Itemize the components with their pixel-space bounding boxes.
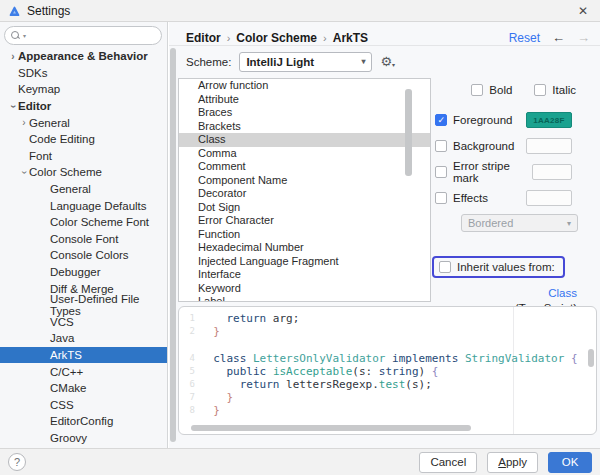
foreground-swatch[interactable]: 1AA28F: [526, 112, 572, 128]
breadcrumb-item[interactable]: ArkTS: [333, 31, 368, 45]
attribute-item[interactable]: Attribute: [179, 93, 430, 107]
gear-icon[interactable]: ⚙▾: [380, 55, 395, 68]
reset-link[interactable]: Reset: [509, 31, 540, 45]
attribute-item[interactable]: Dot Sign: [179, 201, 430, 215]
inherit-checkbox[interactable]: [439, 261, 451, 273]
bold-label: Bold: [489, 84, 512, 96]
effects-checkbox[interactable]: [435, 192, 447, 204]
help-button[interactable]: ?: [8, 453, 26, 471]
settings-page: Editor›Color Scheme›ArkTS Reset ← → Sche…: [169, 22, 600, 448]
sidebar-scrollbar[interactable]: [170, 48, 176, 442]
sidebar-item-general[interactable]: ›General: [0, 114, 167, 131]
line-number: 5: [179, 365, 195, 378]
foreground-label: Foreground: [453, 114, 512, 126]
sidebar-item-label: Console Colors: [50, 249, 129, 261]
background-swatch[interactable]: [526, 138, 572, 154]
sidebar-item-sdks[interactable]: SDKs: [0, 65, 167, 82]
attribute-list-scrollbar[interactable]: [405, 89, 412, 176]
inherit-values-box[interactable]: Inherit values from:: [432, 256, 565, 278]
foreground-checkbox[interactable]: [435, 114, 447, 126]
attribute-item[interactable]: Comma: [179, 147, 430, 161]
sidebar-item-debugger[interactable]: Debugger: [0, 264, 167, 281]
cancel-button[interactable]: Cancel: [419, 452, 477, 473]
bold-checkbox[interactable]: [471, 84, 483, 96]
sidebar-item-label: SDKs: [18, 67, 47, 79]
error-stripe-checkbox[interactable]: [435, 166, 447, 178]
attribute-item[interactable]: Arrow function: [179, 79, 430, 93]
code-vertical-scrollbar[interactable]: [588, 349, 594, 367]
sidebar-item-label: Language Defaults: [50, 200, 147, 212]
sidebar-item-arkts[interactable]: ArkTS: [0, 347, 167, 364]
sidebar-item-color-scheme-font[interactable]: Color Scheme Font: [0, 214, 167, 231]
settings-tree: ›Appearance & BehaviorSDKsKeymap›Editor›…: [0, 48, 167, 446]
apply-button[interactable]: Apply: [487, 452, 538, 473]
attribute-item[interactable]: Decorator: [179, 187, 430, 201]
attribute-item[interactable]: Braces: [179, 106, 430, 120]
line-number: 4: [179, 352, 195, 365]
ok-button[interactable]: OK: [548, 452, 592, 473]
chevron-down-icon: ▾: [567, 219, 571, 228]
search-box[interactable]: ▾: [4, 26, 162, 45]
attribute-item[interactable]: Error Character: [179, 214, 430, 228]
sidebar-item-editorconfig[interactable]: EditorConfig: [0, 413, 167, 430]
attribute-item[interactable]: Class: [179, 133, 430, 147]
chevron-down-icon: ▾: [361, 57, 365, 66]
sidebar-item-label: General: [50, 183, 91, 195]
chevron-right-icon[interactable]: ›: [8, 51, 18, 62]
sidebar-item-label: VCS: [50, 316, 74, 328]
code-line: 4 class LettersOnlyValidator implements …: [179, 352, 596, 365]
chevron-down-icon[interactable]: ›: [19, 167, 30, 177]
code-line: 2 }: [179, 325, 596, 338]
search-input[interactable]: [28, 30, 155, 42]
breadcrumb-item[interactable]: Color Scheme: [236, 31, 317, 45]
attribute-item[interactable]: Label: [179, 295, 430, 302]
breadcrumb-item[interactable]: Editor: [186, 31, 221, 45]
sidebar-item-keymap[interactable]: Keymap: [0, 81, 167, 98]
scheme-row: Scheme: IntelliJ Light ▾ ⚙▾: [169, 46, 600, 77]
search-options-caret-icon[interactable]: ▾: [23, 32, 26, 39]
sidebar-item-user-defined-file-types[interactable]: User-Defined File Types: [0, 297, 167, 314]
sidebar-item-css[interactable]: CSS: [0, 396, 167, 413]
attribute-item[interactable]: Keyword: [179, 282, 430, 296]
attribute-item[interactable]: Interface: [179, 268, 430, 282]
scheme-select[interactable]: IntelliJ Light ▾: [239, 52, 372, 72]
background-checkbox[interactable]: [435, 140, 447, 152]
sidebar-item-label: Font: [29, 150, 52, 162]
back-arrow-icon[interactable]: ←: [552, 30, 565, 45]
attribute-item[interactable]: Component Name: [179, 174, 430, 188]
chevron-right-icon[interactable]: ›: [19, 117, 29, 128]
effects-type-value: Bordered: [468, 217, 513, 229]
sidebar-item-general[interactable]: General: [0, 181, 167, 198]
sidebar-item-language-defaults[interactable]: Language Defaults: [0, 197, 167, 214]
effects-swatch[interactable]: [526, 190, 572, 206]
sidebar-item-appearance-behavior[interactable]: ›Appearance & Behavior: [0, 48, 167, 65]
attribute-item[interactable]: Hexadecimal Number: [179, 241, 430, 255]
sidebar-item-editor[interactable]: ›Editor: [0, 98, 167, 115]
sidebar-item-label: Console Font: [50, 233, 118, 245]
chevron-down-icon[interactable]: ›: [8, 101, 19, 111]
italic-checkbox[interactable]: [534, 84, 546, 96]
sidebar-item-label: C/C++: [50, 366, 83, 378]
sidebar-item-java[interactable]: Java: [0, 330, 167, 347]
line-number: 2: [179, 325, 195, 338]
sidebar-item-color-scheme[interactable]: ›Color Scheme: [0, 164, 167, 181]
sidebar-item-groovy[interactable]: Groovy: [0, 430, 167, 447]
attribute-item[interactable]: Function: [179, 228, 430, 242]
attribute-item[interactable]: Brackets: [179, 120, 430, 134]
breadcrumb: Editor›Color Scheme›ArkTS: [186, 31, 368, 45]
inherit-target-link[interactable]: Class: [431, 286, 577, 301]
sidebar-item-font[interactable]: Font: [0, 148, 167, 165]
sidebar-item-c-c-[interactable]: C/C++: [0, 363, 167, 380]
sidebar-item-cmake[interactable]: CMake: [0, 380, 167, 397]
error-stripe-swatch[interactable]: [532, 164, 572, 180]
close-icon[interactable]: ✕: [574, 4, 592, 18]
window-title: Settings: [27, 4, 70, 18]
sidebar-item-console-font[interactable]: Console Font: [0, 231, 167, 248]
sidebar-item-console-colors[interactable]: Console Colors: [0, 247, 167, 264]
sidebar-item-code-editing[interactable]: Code Editing: [0, 131, 167, 148]
attribute-item[interactable]: Comment: [179, 160, 430, 174]
code-horizontal-scrollbar[interactable]: [191, 425, 471, 431]
breadcrumb-separator: ›: [323, 32, 327, 44]
code-line: 1 return arg;: [179, 312, 596, 325]
attribute-item[interactable]: Injected Language Fragment: [179, 255, 430, 269]
